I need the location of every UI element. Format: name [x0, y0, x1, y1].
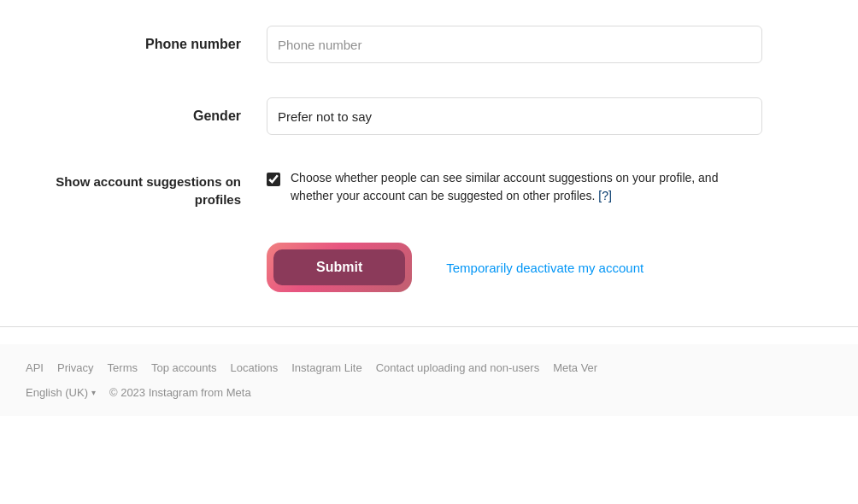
phone-number-row: Phone number — [44, 17, 814, 72]
footer-link-contact[interactable]: Contact uploading and non-users — [376, 361, 540, 374]
copyright-text: © 2023 Instagram from Meta — [109, 386, 251, 399]
gender-input[interactable] — [267, 97, 762, 135]
suggestions-label: Show account suggestions on profiles — [44, 169, 267, 208]
suggestions-help-link[interactable]: [?] — [598, 189, 612, 202]
phone-number-label: Phone number — [44, 37, 267, 52]
suggestions-checkbox[interactable] — [267, 173, 280, 186]
language-label: English (UK) — [26, 386, 88, 399]
chevron-down-icon: ▾ — [91, 388, 96, 397]
footer-link-instagram-lite[interactable]: Instagram Lite — [291, 361, 361, 374]
main-content: Phone number Gender Show account suggest… — [44, 0, 814, 292]
gender-row: Gender — [44, 89, 814, 144]
footer-link-api[interactable]: API — [26, 361, 44, 374]
footer-bottom: English (UK) ▾ © 2023 Instagram from Met… — [26, 386, 832, 399]
submit-button[interactable]: Submit — [273, 249, 405, 285]
footer-link-meta-ver[interactable]: Meta Ver — [553, 361, 597, 374]
footer-divider — [0, 326, 858, 327]
footer-links: API Privacy Terms Top accounts Locations… — [26, 361, 832, 374]
language-selector[interactable]: English (UK) ▾ — [26, 386, 96, 399]
suggestions-content: Choose whether people can see similar ac… — [267, 169, 762, 205]
deactivate-account-link[interactable]: Temporarily deactivate my account — [446, 261, 644, 275]
actions-row: Submit Temporarily deactivate my account — [44, 243, 814, 292]
suggestions-description: Choose whether people can see similar ac… — [291, 169, 762, 205]
footer-link-top-accounts[interactable]: Top accounts — [151, 361, 217, 374]
submit-button-wrapper: Submit — [267, 243, 412, 292]
footer-link-privacy[interactable]: Privacy — [57, 361, 94, 374]
footer-link-terms[interactable]: Terms — [108, 361, 138, 374]
checkbox-wrapper[interactable] — [267, 169, 280, 190]
suggestions-row: Show account suggestions on profiles Cho… — [44, 161, 814, 217]
footer-link-locations[interactable]: Locations — [231, 361, 279, 374]
gender-label: Gender — [44, 108, 267, 124]
phone-number-input[interactable] — [267, 26, 762, 63]
suggestion-description-text: Choose whether people can see similar ac… — [291, 171, 718, 202]
footer: API Privacy Terms Top accounts Locations… — [0, 344, 858, 416]
